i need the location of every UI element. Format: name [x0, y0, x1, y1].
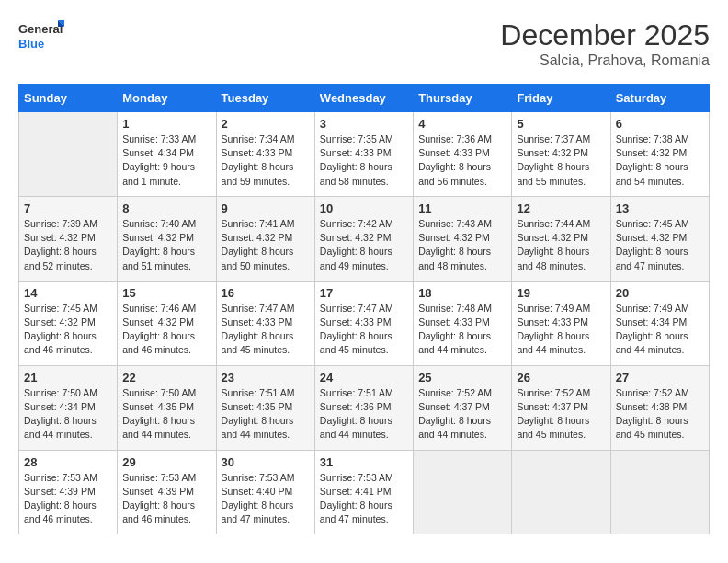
day-info: Sunrise: 7:50 AMSunset: 4:35 PMDaylight:…: [122, 386, 210, 442]
day-info: Sunrise: 7:47 AMSunset: 4:33 PMDaylight:…: [222, 302, 310, 358]
day-number: 15: [122, 286, 210, 300]
day-info: Sunrise: 7:53 AMSunset: 4:39 PMDaylight:…: [122, 471, 210, 527]
day-number: 24: [320, 371, 408, 385]
day-info: Sunrise: 7:41 AMSunset: 4:32 PMDaylight:…: [222, 217, 310, 273]
calendar-cell: 14Sunrise: 7:45 AMSunset: 4:32 PMDayligh…: [19, 281, 118, 365]
day-number: 4: [418, 117, 506, 131]
calendar-cell: 6Sunrise: 7:38 AMSunset: 4:32 PMDaylight…: [610, 112, 709, 197]
calendar-cell: 8Sunrise: 7:40 AMSunset: 4:32 PMDaylight…: [118, 196, 216, 281]
day-number: 29: [122, 455, 210, 469]
calendar-cell: 30Sunrise: 7:53 AMSunset: 4:40 PMDayligh…: [216, 450, 314, 534]
calendar-table: SundayMondayTuesdayWednesdayThursdayFrid…: [18, 84, 710, 534]
day-number: 31: [320, 455, 408, 469]
day-number: 9: [222, 201, 310, 215]
week-row-1: 1Sunrise: 7:33 AMSunset: 4:34 PMDaylight…: [19, 112, 710, 197]
day-info: Sunrise: 7:53 AMSunset: 4:40 PMDaylight:…: [222, 471, 310, 527]
day-number: 21: [24, 371, 112, 385]
day-info: Sunrise: 7:37 AMSunset: 4:32 PMDaylight:…: [517, 132, 605, 189]
day-info: Sunrise: 7:50 AMSunset: 4:34 PMDaylight:…: [24, 386, 112, 442]
day-number: 6: [616, 117, 704, 131]
week-row-4: 21Sunrise: 7:50 AMSunset: 4:34 PMDayligh…: [19, 365, 710, 450]
calendar-cell: 31Sunrise: 7:53 AMSunset: 4:41 PMDayligh…: [314, 450, 413, 534]
header-friday: Friday: [512, 85, 610, 112]
day-info: Sunrise: 7:40 AMSunset: 4:32 PMDaylight:…: [122, 217, 210, 273]
day-number: 2: [222, 117, 310, 131]
title-block: December 2025 Salcia, Prahova, Romania: [500, 18, 710, 69]
day-number: 5: [517, 117, 605, 131]
day-number: 22: [122, 371, 210, 385]
day-number: 10: [320, 201, 408, 215]
day-info: Sunrise: 7:49 AMSunset: 4:33 PMDaylight:…: [517, 302, 605, 358]
month-year-title: December 2025: [500, 18, 710, 52]
day-info: Sunrise: 7:45 AMSunset: 4:32 PMDaylight:…: [24, 302, 112, 358]
day-info: Sunrise: 7:36 AMSunset: 4:33 PMDaylight:…: [418, 132, 506, 189]
calendar-cell: 23Sunrise: 7:51 AMSunset: 4:35 PMDayligh…: [216, 365, 314, 450]
day-info: Sunrise: 7:42 AMSunset: 4:32 PMDaylight:…: [320, 217, 408, 273]
calendar-cell: 17Sunrise: 7:47 AMSunset: 4:33 PMDayligh…: [314, 281, 413, 365]
calendar-cell: 18Sunrise: 7:48 AMSunset: 4:33 PMDayligh…: [414, 281, 512, 365]
day-number: 13: [616, 201, 704, 215]
calendar-cell: [512, 450, 610, 534]
day-info: Sunrise: 7:46 AMSunset: 4:32 PMDaylight:…: [122, 302, 210, 358]
day-number: 14: [24, 286, 112, 300]
calendar-cell: 3Sunrise: 7:35 AMSunset: 4:33 PMDaylight…: [314, 112, 413, 197]
calendar-cell: 24Sunrise: 7:51 AMSunset: 4:36 PMDayligh…: [314, 365, 413, 450]
day-number: 11: [418, 201, 506, 215]
day-info: Sunrise: 7:34 AMSunset: 4:33 PMDaylight:…: [222, 132, 310, 189]
day-number: 16: [222, 286, 310, 300]
calendar-cell: 16Sunrise: 7:47 AMSunset: 4:33 PMDayligh…: [216, 281, 314, 365]
week-row-3: 14Sunrise: 7:45 AMSunset: 4:32 PMDayligh…: [19, 281, 710, 365]
header-tuesday: Tuesday: [216, 85, 314, 112]
logo: General Blue: [18, 18, 64, 59]
calendar-cell: 19Sunrise: 7:49 AMSunset: 4:33 PMDayligh…: [512, 281, 610, 365]
day-number: 1: [122, 117, 210, 131]
day-number: 3: [320, 117, 408, 131]
day-number: 27: [616, 371, 704, 385]
day-info: Sunrise: 7:33 AMSunset: 4:34 PMDaylight:…: [122, 132, 210, 189]
day-info: Sunrise: 7:44 AMSunset: 4:32 PMDaylight:…: [517, 217, 605, 273]
calendar-cell: 26Sunrise: 7:52 AMSunset: 4:37 PMDayligh…: [512, 365, 610, 450]
day-info: Sunrise: 7:51 AMSunset: 4:35 PMDaylight:…: [222, 386, 310, 442]
calendar-cell: 28Sunrise: 7:53 AMSunset: 4:39 PMDayligh…: [19, 450, 118, 534]
calendar-cell: 11Sunrise: 7:43 AMSunset: 4:32 PMDayligh…: [414, 196, 512, 281]
day-info: Sunrise: 7:45 AMSunset: 4:32 PMDaylight:…: [616, 217, 704, 273]
calendar-cell: 10Sunrise: 7:42 AMSunset: 4:32 PMDayligh…: [314, 196, 413, 281]
calendar-cell: [19, 112, 118, 197]
header-saturday: Saturday: [610, 85, 709, 112]
day-number: 23: [222, 371, 310, 385]
day-info: Sunrise: 7:47 AMSunset: 4:33 PMDaylight:…: [320, 302, 408, 358]
calendar-cell: [414, 450, 512, 534]
location-subtitle: Salcia, Prahova, Romania: [500, 52, 710, 69]
header-sunday: Sunday: [19, 85, 118, 112]
day-number: 28: [24, 455, 112, 469]
calendar-cell: 20Sunrise: 7:49 AMSunset: 4:34 PMDayligh…: [610, 281, 709, 365]
calendar-cell: 9Sunrise: 7:41 AMSunset: 4:32 PMDaylight…: [216, 196, 314, 281]
day-info: Sunrise: 7:43 AMSunset: 4:32 PMDaylight:…: [418, 217, 506, 273]
calendar-cell: 25Sunrise: 7:52 AMSunset: 4:37 PMDayligh…: [414, 365, 512, 450]
day-number: 7: [24, 201, 112, 215]
day-info: Sunrise: 7:39 AMSunset: 4:32 PMDaylight:…: [24, 217, 112, 273]
day-info: Sunrise: 7:49 AMSunset: 4:34 PMDaylight:…: [616, 302, 704, 358]
page-header: General Blue December 2025 Salcia, Praho…: [18, 18, 710, 69]
calendar-cell: 22Sunrise: 7:50 AMSunset: 4:35 PMDayligh…: [118, 365, 216, 450]
header-monday: Monday: [118, 85, 216, 112]
day-number: 18: [418, 286, 506, 300]
day-info: Sunrise: 7:35 AMSunset: 4:33 PMDaylight:…: [320, 132, 408, 189]
svg-text:General: General: [18, 22, 63, 36]
calendar-cell: 2Sunrise: 7:34 AMSunset: 4:33 PMDaylight…: [216, 112, 314, 197]
calendar-cell: 21Sunrise: 7:50 AMSunset: 4:34 PMDayligh…: [19, 365, 118, 450]
calendar-cell: 12Sunrise: 7:44 AMSunset: 4:32 PMDayligh…: [512, 196, 610, 281]
logo-svg: General Blue: [18, 18, 64, 59]
calendar-cell: 7Sunrise: 7:39 AMSunset: 4:32 PMDaylight…: [19, 196, 118, 281]
day-info: Sunrise: 7:52 AMSunset: 4:37 PMDaylight:…: [517, 386, 605, 442]
day-number: 30: [222, 455, 310, 469]
day-number: 12: [517, 201, 605, 215]
calendar-header-row: SundayMondayTuesdayWednesdayThursdayFrid…: [19, 85, 710, 112]
day-info: Sunrise: 7:38 AMSunset: 4:32 PMDaylight:…: [616, 132, 704, 189]
header-wednesday: Wednesday: [314, 85, 413, 112]
svg-text:Blue: Blue: [18, 37, 44, 51]
day-info: Sunrise: 7:51 AMSunset: 4:36 PMDaylight:…: [320, 386, 408, 442]
day-info: Sunrise: 7:53 AMSunset: 4:39 PMDaylight:…: [24, 471, 112, 527]
week-row-2: 7Sunrise: 7:39 AMSunset: 4:32 PMDaylight…: [19, 196, 710, 281]
header-thursday: Thursday: [414, 85, 512, 112]
